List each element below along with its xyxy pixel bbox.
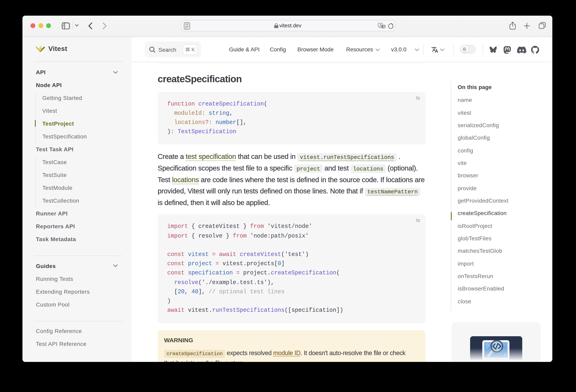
svg-text:文: 文 xyxy=(382,25,385,28)
